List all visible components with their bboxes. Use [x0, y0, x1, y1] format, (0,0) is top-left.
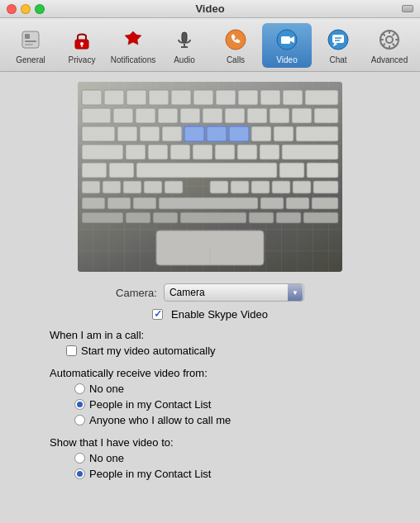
auto-contact-list-radio[interactable]: [74, 399, 85, 410]
svg-rect-44: [225, 108, 245, 123]
show-contact-list-radio[interactable]: [74, 468, 85, 479]
toolbar-item-calls[interactable]: Calls: [211, 23, 260, 68]
svg-rect-84: [82, 197, 105, 209]
svg-rect-49: [82, 126, 115, 141]
enable-video-checkbox[interactable]: [152, 309, 163, 320]
minimize-button[interactable]: [21, 4, 31, 14]
svg-rect-81: [272, 181, 290, 193]
auto-no-one-row: No one: [17, 383, 403, 395]
svg-rect-91: [82, 212, 123, 223]
start-video-checkbox[interactable]: [66, 345, 77, 356]
show-video-header-row: Show that I have video to:: [17, 436, 403, 449]
svg-rect-34: [238, 90, 258, 105]
svg-rect-89: [286, 197, 309, 209]
resize-handle[interactable]: [402, 5, 413, 12]
toolbar-item-chat[interactable]: Chat: [313, 23, 363, 68]
toolbar-item-privacy[interactable]: Privacy: [57, 23, 107, 68]
advanced-label: Advanced: [371, 55, 408, 64]
svg-rect-82: [293, 181, 311, 193]
notifications-label: Notifications: [111, 55, 155, 64]
svg-rect-53: [184, 126, 204, 141]
camera-row: Camera: Camera: [17, 283, 403, 302]
svg-rect-88: [260, 197, 284, 209]
advanced-icon: [376, 26, 403, 53]
svg-rect-94: [180, 212, 246, 223]
svg-rect-58: [296, 126, 338, 141]
svg-rect-62: [170, 145, 190, 159]
svg-rect-35: [260, 90, 280, 105]
svg-rect-42: [180, 108, 200, 123]
svg-rect-66: [260, 145, 279, 159]
toolbar-item-notifications[interactable]: Notifications: [108, 23, 158, 68]
svg-rect-51: [140, 126, 160, 141]
svg-rect-48: [314, 108, 338, 123]
auto-contact-list-row: People in my Contact List: [17, 398, 403, 411]
svg-rect-7: [182, 32, 187, 42]
svg-point-10: [226, 30, 246, 50]
svg-rect-43: [203, 108, 222, 123]
toolbar-item-general[interactable]: General: [6, 23, 55, 68]
svg-rect-47: [292, 108, 312, 123]
toolbar-item-video[interactable]: Video: [262, 23, 312, 68]
svg-rect-21: [380, 39, 384, 40]
svg-rect-14: [332, 35, 344, 43]
svg-rect-67: [282, 145, 338, 159]
show-no-one-radio[interactable]: [74, 453, 85, 464]
svg-rect-85: [107, 197, 131, 209]
svg-rect-95: [249, 212, 274, 223]
svg-rect-90: [312, 197, 338, 209]
svg-rect-45: [247, 108, 267, 123]
camera-select[interactable]: Camera: [164, 283, 304, 302]
when-in-call-header-row: When I am in a call:: [17, 329, 403, 341]
svg-rect-24: [392, 43, 395, 46]
video-label: Video: [276, 55, 297, 64]
svg-rect-46: [270, 108, 289, 123]
auto-anyone-row: Anyone who I allow to call me: [17, 414, 403, 426]
svg-rect-64: [215, 145, 235, 159]
camera-select-wrapper[interactable]: Camera: [164, 283, 304, 302]
svg-rect-61: [148, 145, 168, 159]
content-area: Camera: Camera Enable Skype Video When I…: [0, 72, 420, 497]
svg-rect-70: [136, 163, 277, 178]
svg-rect-63: [193, 145, 212, 159]
privacy-label: Privacy: [69, 55, 96, 64]
svg-rect-33: [216, 90, 236, 105]
close-button[interactable]: [7, 4, 17, 14]
svg-rect-80: [251, 181, 270, 193]
notifications-icon: [120, 26, 146, 53]
svg-rect-69: [109, 163, 134, 178]
chat-icon: [325, 26, 351, 53]
svg-rect-59: [82, 145, 123, 159]
svg-rect-1: [25, 34, 30, 39]
svg-rect-19: [389, 31, 390, 34]
start-video-row: Start my video automatically: [17, 345, 403, 357]
toolbar-item-advanced[interactable]: Advanced: [365, 23, 414, 68]
svg-rect-28: [104, 90, 124, 105]
svg-rect-76: [144, 181, 162, 193]
svg-rect-20: [389, 45, 390, 49]
svg-rect-96: [276, 212, 301, 223]
svg-rect-39: [113, 108, 133, 123]
toolbar-item-audio[interactable]: Audio: [160, 23, 209, 68]
maximize-button[interactable]: [35, 4, 45, 14]
svg-rect-71: [279, 163, 304, 178]
svg-rect-54: [207, 126, 227, 141]
svg-point-18: [386, 36, 393, 43]
svg-rect-77: [165, 181, 183, 193]
svg-rect-68: [82, 163, 107, 178]
svg-point-5: [80, 42, 84, 45]
auto-anyone-radio[interactable]: [74, 415, 85, 426]
show-video-header: Show that I have video to:: [50, 436, 174, 449]
svg-rect-27: [82, 90, 102, 105]
camera-preview: [78, 82, 342, 272]
svg-rect-31: [171, 90, 191, 105]
chat-label: Chat: [329, 55, 346, 64]
show-no-one-label: No one: [89, 452, 124, 464]
auto-no-one-radio[interactable]: [74, 383, 85, 394]
toolbar: General Privacy Notifications: [0, 18, 420, 72]
when-in-call-header: When I am in a call:: [50, 329, 144, 341]
svg-rect-12: [281, 36, 290, 44]
svg-rect-56: [251, 126, 271, 141]
svg-rect-2: [25, 40, 36, 42]
svg-rect-87: [159, 197, 258, 209]
